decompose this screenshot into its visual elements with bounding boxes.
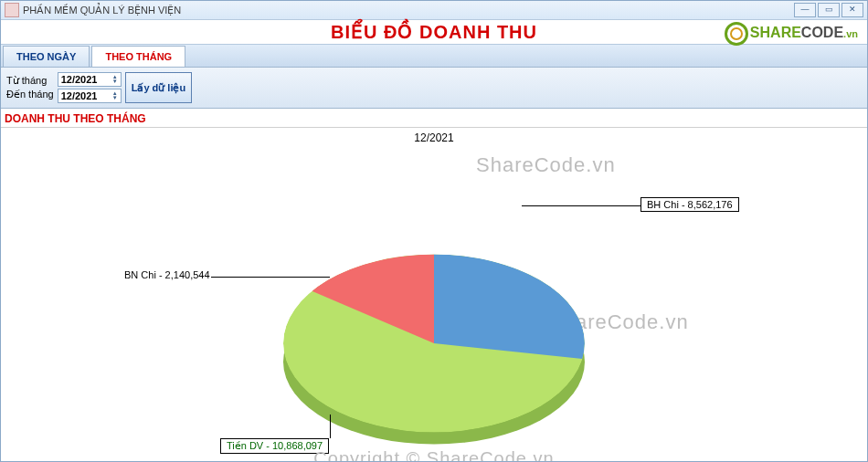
window-title: PHẦN MỀM QUẢN LÝ BỆNH VIỆN (23, 5, 181, 16)
filter-labels: Từ tháng Đến tháng (6, 75, 54, 100)
chart-title: 12/2021 (1, 131, 867, 144)
label-bh-chi: BH Chi - 8,562,176 (640, 197, 739, 212)
app-window: PHẦN MỀM QUẢN LÝ BỆNH VIỆN — ▭ ✕ BIỂU ĐỒ… (0, 0, 868, 462)
pie-chart (283, 254, 585, 432)
from-month-input[interactable]: 12/2021 ▲▼ (58, 72, 122, 87)
minimize-button[interactable]: — (794, 3, 816, 17)
section-title: DOANH THU THEO THÁNG (1, 109, 867, 128)
watermark: ShareCode.vn (476, 153, 616, 177)
copyright-watermark: Copyright © ShareCode.vn (1, 448, 867, 462)
callout-bh-chi: BH Chi - 8,562,176 (640, 197, 739, 212)
spinner-icon[interactable]: ▲▼ (112, 75, 118, 84)
pie-top (283, 254, 585, 432)
logo-icon (725, 22, 748, 46)
fetch-data-button[interactable]: Lấy dữ liệu (125, 72, 193, 103)
filter-inputs: 12/2021 ▲▼ 12/2021 ▲▼ (58, 72, 122, 103)
chart-area: 12/2021 ShareCode.vn ShareCode.vn (1, 128, 867, 462)
from-month-label: Từ tháng (6, 75, 54, 87)
window-controls: — ▭ ✕ (794, 3, 863, 17)
page-header: BIỂU ĐỒ DOANH THU SHARECODE.vn (1, 20, 867, 45)
callout-bn-chi: BN Chi - 2,140,544 (124, 269, 210, 280)
titlebar: PHẦN MỀM QUẢN LÝ BỆNH VIỆN — ▭ ✕ (1, 1, 867, 20)
page-title: BIỂU ĐỒ DOANH THU (331, 21, 537, 43)
close-button[interactable]: ✕ (842, 3, 863, 17)
from-month-value: 12/2021 (61, 74, 98, 85)
to-month-value: 12/2021 (61, 90, 98, 101)
label-bn-chi: BN Chi - 2,140,544 (124, 269, 210, 280)
spinner-icon[interactable]: ▲▼ (112, 91, 118, 100)
maximize-button[interactable]: ▭ (818, 3, 840, 17)
callout-tien-dv: Tiền DV - 10,868,097 (220, 438, 329, 454)
slice-bh-chi (434, 254, 585, 358)
app-icon (5, 3, 19, 17)
tab-theo-thang[interactable]: THEO THÁNG (91, 46, 185, 67)
filter-bar: Từ tháng Đến tháng 12/2021 ▲▼ 12/2021 ▲▼… (1, 68, 867, 109)
sharecode-logo: SHARECODE.vn (725, 22, 858, 46)
to-month-label: Đến tháng (6, 89, 54, 100)
tab-theo-ngay[interactable]: THEO NGÀY (3, 46, 90, 67)
label-tien-dv: Tiền DV - 10,868,097 (220, 438, 329, 454)
to-month-input[interactable]: 12/2021 ▲▼ (58, 89, 122, 103)
tabstrip: THEO NGÀY THEO THÁNG (1, 45, 867, 68)
